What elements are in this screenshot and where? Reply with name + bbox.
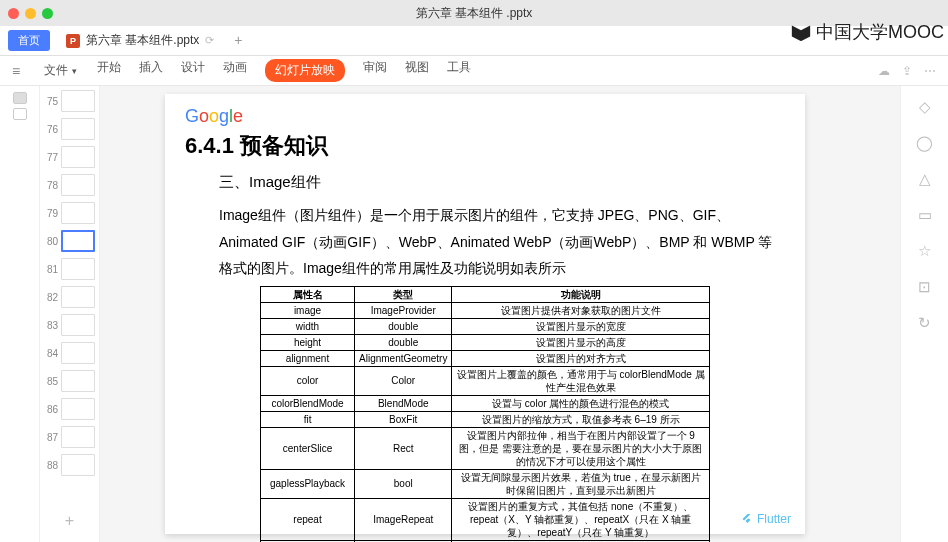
tool-icon[interactable]: ◯ [916,134,933,152]
tool-icon[interactable]: ↻ [918,314,931,332]
close-icon[interactable] [8,8,19,19]
tool-icon[interactable]: ▭ [918,206,932,224]
table-row: repeatImageRepeat设置图片的重复方式，其值包括 none（不重复… [261,498,710,540]
thumb-number: 78 [44,180,58,191]
thumbnail-75[interactable]: 75 [40,90,99,112]
thumb-number: 77 [44,152,58,163]
slide-area: Google 6.4.1 预备知识 三、Image组件 Image组件（图片组件… [100,86,870,542]
table-row: heightdouble设置图片显示的高度 [261,334,710,350]
thumb-preview [61,286,95,308]
thumb-preview [61,370,95,392]
thumb-preview [61,230,95,252]
document-tab[interactable]: P 第六章 基本组件.pptx ⟳ [58,32,222,49]
thumb-number: 81 [44,264,58,275]
thumb-number: 79 [44,208,58,219]
slide-heading: 6.4.1 预备知识 [185,131,785,161]
thumbnail-82[interactable]: 82 [40,286,99,308]
table-row: centerSliceRect设置图片内部拉伸，相当于在图片内部设置了一个 9 … [261,427,710,469]
thumbnail-78[interactable]: 78 [40,174,99,196]
outline-view-icon[interactable] [13,108,27,120]
nav-toggle [0,86,40,542]
thumb-number: 85 [44,376,58,387]
thumbnail-80[interactable]: 80 [40,230,99,252]
thumb-preview [61,174,95,196]
thumb-preview [61,258,95,280]
thumb-number: 80 [44,236,58,247]
table-header: 类型 [355,286,452,302]
table-row: colorColor设置图片上覆盖的颜色，通常用于与 colorBlendMod… [261,366,710,395]
maximize-icon[interactable] [42,8,53,19]
home-tab[interactable]: 首页 [8,30,50,51]
menu-bar: ≡ 文件 ▾ 开始插入设计动画幻灯片放映审阅视图工具 ☁ ⇪ ⋯ [0,56,948,86]
menu-file[interactable]: 文件 ▾ [44,62,77,79]
thumb-preview [61,202,95,224]
flutter-logo: Flutter [741,512,791,526]
thumbnail-86[interactable]: 86 [40,398,99,420]
menu-动画[interactable]: 动画 [223,59,247,82]
tool-icon[interactable]: ⊡ [918,278,931,296]
slide-paragraph: Image组件（图片组件）是一个用于展示图片的组件，它支持 JPEG、PNG、G… [219,202,785,282]
thumb-preview [61,314,95,336]
window-controls [8,8,53,19]
add-slide-button[interactable]: + [40,504,99,538]
cloud-icon[interactable]: ☁ [878,64,890,78]
thumb-preview [61,454,95,476]
thumb-number: 75 [44,96,58,107]
decorative-strip [870,86,900,542]
menu-工具[interactable]: 工具 [447,59,471,82]
pptx-icon: P [66,34,80,48]
table-row: imageImageProvider设置图片提供者对象获取的图片文件 [261,302,710,318]
tool-icon[interactable]: ☆ [918,242,931,260]
thumb-preview [61,146,95,168]
thumb-number: 84 [44,348,58,359]
thumbnail-85[interactable]: 85 [40,370,99,392]
minimize-icon[interactable] [25,8,36,19]
thumbnail-79[interactable]: 79 [40,202,99,224]
thumbnail-76[interactable]: 76 [40,118,99,140]
thumbnail-view-icon[interactable] [13,92,27,104]
thumbnail-panel: 7576777879808182838485868788+ [40,86,100,542]
thumb-number: 88 [44,460,58,471]
watermark: 中国大学MOOC [790,20,944,44]
thumb-number: 83 [44,320,58,331]
table-row: alignmentAlignmentGeometry设置图片的对齐方式 [261,350,710,366]
tool-icon[interactable]: ◇ [919,98,931,116]
menu-审阅[interactable]: 审阅 [363,59,387,82]
thumb-number: 82 [44,292,58,303]
table-header: 功能说明 [452,286,710,302]
thumb-number: 86 [44,404,58,415]
thumbnail-88[interactable]: 88 [40,454,99,476]
slide-subheading: 三、Image组件 [219,173,785,192]
menu-设计[interactable]: 设计 [181,59,205,82]
menubar-right: ☁ ⇪ ⋯ [878,64,936,78]
add-tab-button[interactable]: + [230,33,246,49]
tab-label: 第六章 基本组件.pptx [86,32,199,49]
thumb-preview [61,426,95,448]
table-row: widthdouble设置图片显示的宽度 [261,318,710,334]
tool-icon[interactable]: △ [919,170,931,188]
thumbnail-77[interactable]: 77 [40,146,99,168]
slide: Google 6.4.1 预备知识 三、Image组件 Image组件（图片组件… [165,94,805,534]
menu-开始[interactable]: 开始 [97,59,121,82]
tab-sync-icon: ⟳ [205,34,214,47]
share-icon[interactable]: ⇪ [902,64,912,78]
thumb-preview [61,90,95,112]
menu-插入[interactable]: 插入 [139,59,163,82]
table-row: colorBlendModeBlendMode设置与 color 属性的颜色进行… [261,395,710,411]
menu-burger-icon[interactable]: ≡ [12,63,20,79]
table-row: fitBoxFit设置图片的缩放方式，取值参考表 6–19 所示 [261,411,710,427]
thumbnail-87[interactable]: 87 [40,426,99,448]
thumbnail-83[interactable]: 83 [40,314,99,336]
thumb-preview [61,398,95,420]
properties-table: 属性名类型功能说明imageImageProvider设置图片提供者对象获取的图… [260,286,710,542]
table-row: gaplessPlaybackbool设置无间隙显示图片效果，若值为 true，… [261,469,710,498]
thumb-preview [61,342,95,364]
menu-视图[interactable]: 视图 [405,59,429,82]
thumbnail-84[interactable]: 84 [40,342,99,364]
thumb-preview [61,118,95,140]
thumbnail-81[interactable]: 81 [40,258,99,280]
menu-幻灯片放映[interactable]: 幻灯片放映 [265,59,345,82]
more-icon[interactable]: ⋯ [924,64,936,78]
table-header: 属性名 [261,286,355,302]
window-title: 第六章 基本组件 .pptx [416,5,533,22]
